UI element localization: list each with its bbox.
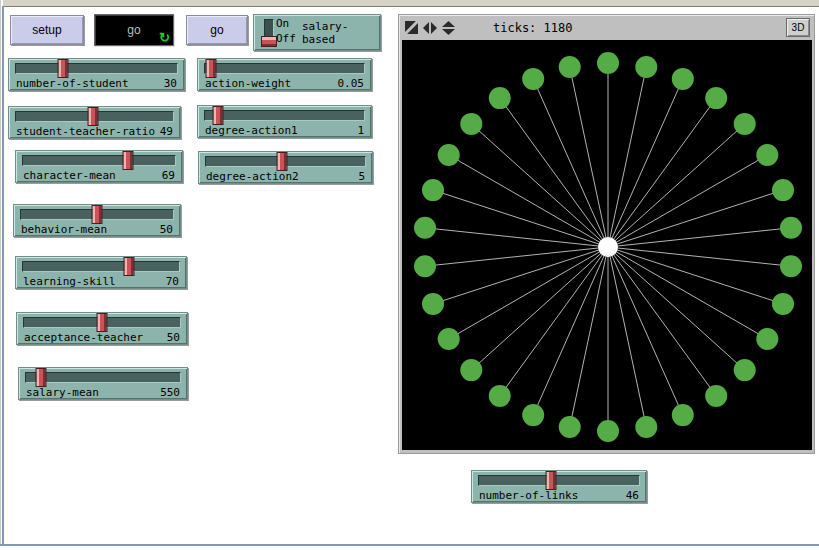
slider-value: 30 xyxy=(164,77,177,90)
world-canvas[interactable] xyxy=(402,40,812,450)
student-node[interactable] xyxy=(734,113,756,135)
student-node[interactable] xyxy=(438,144,460,166)
student-node[interactable] xyxy=(559,56,581,78)
student-node[interactable] xyxy=(522,404,544,426)
teacher-hub-node[interactable] xyxy=(598,237,618,257)
slider-handle[interactable] xyxy=(277,152,288,171)
slider-action-weight[interactable]: action-weight0.05 xyxy=(197,58,372,91)
student-node[interactable] xyxy=(489,87,511,109)
student-node[interactable] xyxy=(672,68,694,90)
slider-label: number-of-links xyxy=(479,489,578,502)
student-node[interactable] xyxy=(772,293,794,315)
slider-handle[interactable] xyxy=(546,471,557,490)
view-3d-button[interactable]: 3D xyxy=(786,18,810,37)
slider-acceptance-teacher[interactable]: acceptance-teacher50 xyxy=(16,312,188,345)
slider-handle[interactable] xyxy=(122,151,133,170)
slider-track[interactable] xyxy=(23,317,181,328)
network-link xyxy=(533,247,608,415)
student-node[interactable] xyxy=(635,56,657,78)
student-node[interactable] xyxy=(705,87,727,109)
slider-degree-action2[interactable]: degree-action25 xyxy=(198,151,373,184)
student-node[interactable] xyxy=(522,68,544,90)
student-node[interactable] xyxy=(597,420,619,442)
slider-number-of-links[interactable]: number-of-links46 xyxy=(471,470,647,503)
slider-track[interactable] xyxy=(25,372,181,383)
slider-label: salary-mean xyxy=(26,386,99,399)
network-link xyxy=(608,124,745,247)
slider-learning-skill[interactable]: learning-skill70 xyxy=(15,256,187,289)
student-node[interactable] xyxy=(635,416,657,438)
slider-track[interactable] xyxy=(22,261,180,272)
window-frame-bottom xyxy=(0,544,819,546)
slider-label: action-weight xyxy=(205,77,291,90)
student-node[interactable] xyxy=(460,359,482,381)
slider-handle[interactable] xyxy=(92,205,103,224)
slider-track[interactable] xyxy=(204,110,365,121)
student-node[interactable] xyxy=(559,416,581,438)
network-link xyxy=(471,247,608,370)
slider-track[interactable] xyxy=(22,155,176,166)
student-node[interactable] xyxy=(780,255,802,277)
slider-number-of-student[interactable]: number-of-student30 xyxy=(8,58,185,91)
network-link xyxy=(608,190,783,247)
slider-track[interactable] xyxy=(15,111,174,122)
switch-off-label: Off xyxy=(276,32,296,45)
student-node[interactable] xyxy=(672,404,694,426)
slider-salary-mean[interactable]: salary-mean550 xyxy=(18,367,188,400)
slider-handle[interactable] xyxy=(124,257,135,276)
student-node[interactable] xyxy=(414,217,436,239)
slider-handle[interactable] xyxy=(57,59,68,78)
slider-degree-action1[interactable]: degree-action11 xyxy=(197,105,372,138)
slider-character-mean[interactable]: character-mean69 xyxy=(15,150,183,183)
horizontal-arrows-icon xyxy=(423,22,437,34)
slider-handle[interactable] xyxy=(87,107,98,126)
slider-track[interactable] xyxy=(20,209,174,220)
student-node[interactable] xyxy=(489,385,511,407)
student-node[interactable] xyxy=(780,217,802,239)
slider-value: 50 xyxy=(160,223,173,236)
switch-knob[interactable] xyxy=(261,36,277,47)
network-link xyxy=(608,79,683,247)
network-link xyxy=(608,247,745,370)
slider-track[interactable] xyxy=(204,63,365,74)
forever-repeat-icon: ↻ xyxy=(159,31,170,44)
world-view-widget: ticks: 1180 3D xyxy=(398,14,815,454)
student-node[interactable] xyxy=(756,144,778,166)
student-node[interactable] xyxy=(756,328,778,350)
slider-value: 1 xyxy=(357,124,364,137)
student-node[interactable] xyxy=(422,179,444,201)
slider-handle[interactable] xyxy=(36,368,47,387)
slider-value: 46 xyxy=(626,489,639,502)
slider-label: degree-action1 xyxy=(205,124,298,137)
slider-behavior-mean[interactable]: behavior-mean50 xyxy=(13,204,181,237)
switch-salary-based[interactable]: On Off salary-based xyxy=(253,14,381,51)
switch-track[interactable] xyxy=(264,19,274,47)
student-node[interactable] xyxy=(597,52,619,74)
go-once-button[interactable]: go xyxy=(186,15,248,45)
switch-on-label: On xyxy=(276,17,289,30)
slider-track[interactable] xyxy=(15,63,178,74)
student-node[interactable] xyxy=(422,293,444,315)
student-node[interactable] xyxy=(460,113,482,135)
window-frame-left-highlight xyxy=(0,0,1,546)
view-resize-icon xyxy=(405,21,418,34)
slider-student-teacher-ratio[interactable]: student-teacher-ratio49 xyxy=(8,106,181,139)
slider-track[interactable] xyxy=(478,475,640,486)
network-link xyxy=(608,247,783,304)
student-node[interactable] xyxy=(772,179,794,201)
slider-value: 69 xyxy=(162,169,175,182)
slider-handle[interactable] xyxy=(212,106,223,125)
student-node[interactable] xyxy=(438,328,460,350)
slider-label: student-teacher-ratio xyxy=(16,125,155,138)
student-node[interactable] xyxy=(414,255,436,277)
setup-button[interactable]: setup xyxy=(10,15,84,45)
slider-handle[interactable] xyxy=(97,313,108,332)
slider-label: character-mean xyxy=(23,169,116,182)
slider-handle[interactable] xyxy=(206,59,217,78)
student-node[interactable] xyxy=(705,385,727,407)
window-frame-left xyxy=(2,6,4,546)
go-forever-button[interactable]: go ↻ xyxy=(94,14,174,46)
student-node[interactable] xyxy=(734,359,756,381)
slider-track[interactable] xyxy=(205,156,366,167)
switch-name-label: salary-based xyxy=(302,15,380,50)
